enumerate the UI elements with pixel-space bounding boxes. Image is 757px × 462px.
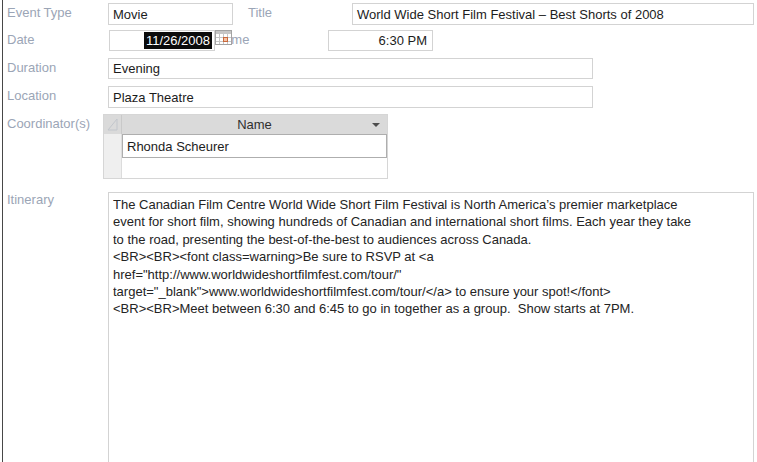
new-row-selector[interactable]: [104, 158, 122, 178]
itinerary-text: The Canadian Film Centre World Wide Shor…: [113, 196, 751, 318]
coordinator-datasheet: Name Rhonda Scheurer: [103, 114, 388, 179]
itinerary-line: href="http://www.worldwideshortfilmfest.…: [113, 266, 751, 283]
event-type-label: Event Type: [7, 5, 72, 20]
date-input[interactable]: 11/26/2008: [109, 30, 215, 51]
row-selector[interactable]: [104, 134, 122, 158]
itinerary-line: event for short film, showing hundreds o…: [113, 213, 751, 230]
duration-value: Evening: [113, 61, 160, 76]
duration-input[interactable]: Evening: [108, 58, 593, 79]
time-input[interactable]: 6:30 PM: [328, 30, 433, 51]
datasheet-header-row: Name: [104, 115, 387, 134]
name-column-header[interactable]: Name: [122, 115, 387, 134]
column-dropdown-icon[interactable]: [372, 123, 380, 127]
form-left-border: [2, 0, 3, 462]
itinerary-textarea[interactable]: The Canadian Film Centre World Wide Shor…: [108, 192, 754, 462]
coordinator-empty-cell[interactable]: [122, 158, 387, 178]
itinerary-line: <BR><BR>Meet between 6:30 and 6:45 to go…: [113, 300, 751, 317]
title-input[interactable]: World Wide Short Film Festival – Best Sh…: [352, 3, 754, 25]
time-value: 6:30 PM: [379, 33, 427, 48]
coordinators-label: Coordinator(s): [7, 116, 90, 131]
event-type-input[interactable]: Movie: [108, 3, 233, 25]
datasheet-corner-cell[interactable]: [104, 115, 122, 134]
name-column-header-text: Name: [237, 117, 272, 132]
coordinator-row: Rhonda Scheurer: [104, 134, 387, 158]
date-label: Date: [7, 32, 34, 47]
coordinator-new-row: [104, 158, 387, 178]
itinerary-label: Itinerary: [7, 192, 54, 207]
duration-label: Duration: [7, 60, 56, 75]
itinerary-line: to the road, presenting the best-of-the-…: [113, 231, 751, 248]
itinerary-line: target="_blank">www.worldwideshortfilmfe…: [113, 283, 751, 300]
event-type-value: Movie: [113, 7, 148, 22]
date-selected-text: 11/26/2008: [144, 32, 212, 49]
location-input[interactable]: Plaza Theatre: [108, 86, 593, 108]
title-label: Title: [248, 5, 272, 20]
location-value: Plaza Theatre: [113, 90, 194, 105]
title-value: World Wide Short Film Festival – Best Sh…: [357, 7, 664, 22]
coordinator-name-cell[interactable]: Rhonda Scheurer: [122, 134, 387, 158]
itinerary-line: The Canadian Film Centre World Wide Shor…: [113, 196, 751, 213]
corner-triangle-icon: [104, 115, 122, 134]
itinerary-line: <BR><BR><font class=warning>Be sure to R…: [113, 248, 751, 265]
event-detail-form: Event Type Movie Title World Wide Short …: [0, 0, 757, 462]
location-label: Location: [7, 88, 56, 103]
date-picker-icon[interactable]: [215, 30, 233, 46]
coordinator-name-value: Rhonda Scheurer: [127, 139, 229, 154]
